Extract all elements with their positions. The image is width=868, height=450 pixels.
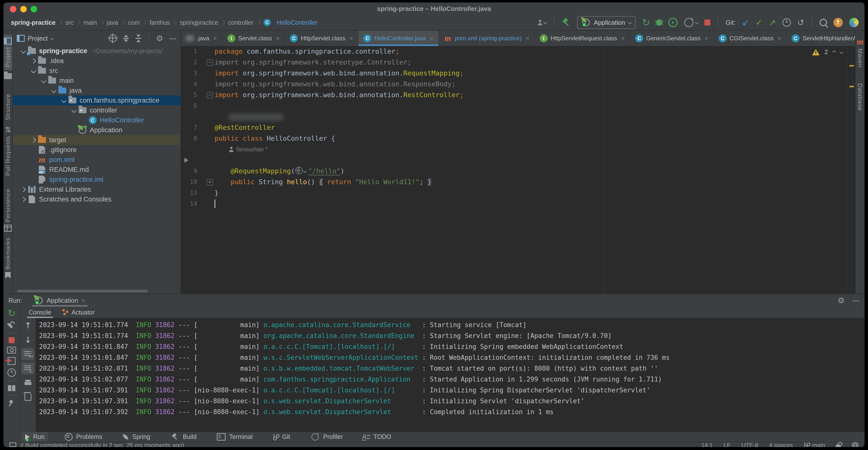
editor-tab[interactable]: .java× bbox=[181, 31, 222, 46]
tree-row[interactable]: target bbox=[13, 135, 180, 145]
file-encoding[interactable]: UTF-8 bbox=[741, 442, 758, 447]
next-problem-icon[interactable] bbox=[840, 50, 843, 54]
tree-row[interactable]: java bbox=[13, 86, 180, 95]
notifications-icon[interactable]: ! bbox=[852, 442, 859, 447]
tree-row[interactable]: .idea bbox=[13, 56, 180, 66]
stop-icon[interactable] bbox=[9, 337, 14, 343]
editor-gutter[interactable]: 14 bbox=[181, 198, 210, 209]
breadcrumb-item[interactable]: springpractice bbox=[178, 19, 220, 26]
tool-window-button-terminal[interactable]: Terminal bbox=[213, 432, 256, 442]
layout-icon[interactable] bbox=[8, 385, 15, 391]
ide-sphere-icon[interactable] bbox=[849, 18, 859, 27]
sidebar-item-maven[interactable]: mMaven bbox=[856, 35, 864, 70]
breadcrumb-item[interactable]: com bbox=[127, 19, 141, 26]
user-icon[interactable] bbox=[537, 20, 547, 25]
caret-position[interactable]: 14:1 bbox=[701, 442, 713, 447]
git-commit-icon[interactable]: ✓ bbox=[755, 18, 763, 27]
tree-chevron-icon[interactable] bbox=[29, 59, 38, 63]
console-tab-actuator[interactable]: Actuator bbox=[62, 307, 95, 318]
editor-tab[interactable]: CHelloController.java× bbox=[359, 31, 439, 46]
editor-gutter[interactable]: 6 bbox=[181, 100, 210, 111]
git-branch-widget[interactable]: main bbox=[804, 442, 825, 447]
sidebar-item-folder[interactable] bbox=[3, 70, 12, 82]
sidebar-item-project[interactable]: Project bbox=[3, 35, 12, 70]
editor-gutter[interactable]: 4 bbox=[181, 79, 210, 90]
editor-gutter[interactable]: 3 bbox=[181, 68, 210, 79]
editor-gutter[interactable]: 13 bbox=[181, 187, 210, 198]
tree-row[interactable]: Scratches and Consoles bbox=[13, 194, 180, 204]
close-icon[interactable]: × bbox=[276, 35, 280, 42]
tree-chevron-icon[interactable] bbox=[59, 99, 68, 102]
print-icon[interactable] bbox=[22, 377, 34, 389]
editor-tab[interactable]: CGenericServlet.class× bbox=[630, 31, 714, 46]
tool-window-button-profiler[interactable]: Profiler bbox=[307, 432, 346, 442]
debug-bug-icon[interactable] bbox=[656, 19, 662, 26]
history-clock-icon[interactable] bbox=[7, 368, 16, 377]
run-configuration-select[interactable]: Application bbox=[577, 16, 636, 29]
close-icon[interactable]: × bbox=[704, 35, 708, 42]
tree-chevron-icon[interactable] bbox=[19, 198, 28, 201]
collapse-all-icon[interactable] bbox=[135, 35, 142, 42]
editor-gutter[interactable]: 1 bbox=[181, 46, 210, 57]
sidebar-item-database[interactable]: Database bbox=[856, 70, 864, 114]
editor-gutter[interactable]: 10+ bbox=[181, 177, 210, 187]
git-rollback-icon[interactable]: ↺ bbox=[797, 18, 804, 27]
tree-row[interactable]: main bbox=[13, 76, 180, 86]
thread-dump-camera-icon[interactable] bbox=[7, 347, 16, 354]
breadcrumb-item[interactable]: fanthus bbox=[148, 19, 171, 26]
build-hammer-icon[interactable] bbox=[562, 18, 571, 27]
down-stack-icon[interactable]: ↓ bbox=[22, 334, 34, 346]
git-update-icon[interactable]: ↙ bbox=[742, 18, 749, 27]
close-icon[interactable]: × bbox=[430, 35, 433, 42]
locate-file-icon[interactable] bbox=[109, 34, 117, 42]
search-icon[interactable] bbox=[819, 19, 827, 26]
settings-wrench-icon[interactable] bbox=[8, 322, 15, 329]
editor-tab[interactable]: IHttpServletRequest.class× bbox=[535, 31, 630, 46]
close-window-icon[interactable] bbox=[10, 6, 16, 12]
expand-all-icon[interactable] bbox=[123, 35, 129, 42]
editor-gutter[interactable]: 7 bbox=[181, 122, 210, 133]
run-session-tab[interactable]: Application × bbox=[32, 294, 88, 307]
project-panel-title[interactable]: Project bbox=[28, 35, 48, 42]
prev-problem-icon[interactable] bbox=[832, 50, 836, 54]
console-output[interactable]: 2023-09-14 19:51:01.774 INFO 31862 --- [… bbox=[36, 318, 865, 432]
breadcrumb-item[interactable]: src bbox=[64, 19, 75, 26]
run-gutter-icon[interactable] bbox=[184, 158, 188, 163]
stop-icon[interactable] bbox=[704, 20, 710, 26]
breadcrumb-item[interactable]: spring-practice bbox=[9, 19, 57, 26]
tree-row[interactable]: mpom.xml bbox=[13, 155, 180, 165]
tool-window-button-build[interactable]: Build bbox=[167, 432, 200, 442]
close-icon[interactable]: × bbox=[778, 35, 781, 42]
inspection-widget[interactable]: 2 bbox=[812, 49, 843, 56]
chevron-down-icon[interactable] bbox=[50, 37, 54, 40]
editor-tab[interactable]: CServletHttpHandlerAdapter.cl bbox=[787, 31, 855, 46]
sidebar-item-bookmarks[interactable]: Bookmarks bbox=[4, 235, 12, 281]
tree-chevron-icon[interactable] bbox=[39, 79, 48, 83]
tool-window-button-todo[interactable]: TODO bbox=[360, 432, 395, 442]
editor-tab[interactable]: CCGIServlet.class× bbox=[714, 31, 787, 46]
sidebar-item-pull-requests[interactable]: ⇅Pull Requests bbox=[4, 123, 12, 179]
tree-row[interactable]: Application bbox=[13, 125, 180, 135]
tool-window-button-git[interactable]: Git bbox=[269, 432, 293, 442]
fold-marker-icon[interactable]: + bbox=[207, 179, 213, 185]
rerun-icon[interactable]: ↻ bbox=[642, 18, 650, 27]
close-icon[interactable]: × bbox=[349, 35, 353, 42]
tree-row[interactable]: CHelloController bbox=[13, 115, 180, 125]
minimize-window-icon[interactable] bbox=[20, 6, 27, 12]
hide-panel-icon[interactable]: — bbox=[852, 297, 860, 304]
breadcrumb-item[interactable]: java bbox=[105, 19, 120, 26]
tree-row[interactable]: spring-practice~/Documents/my-projects/ bbox=[13, 46, 180, 56]
tool-window-button-run[interactable]: Run bbox=[22, 432, 48, 442]
zoom-window-icon[interactable] bbox=[31, 6, 37, 12]
code-editor[interactable]: 2 1package com.fanthus.springpractice.co… bbox=[181, 46, 855, 294]
editor-gutter[interactable] bbox=[181, 155, 210, 166]
editor-gutter[interactable]: 2− bbox=[181, 57, 210, 68]
lock-icon[interactable] bbox=[836, 445, 841, 447]
tree-chevron-icon[interactable] bbox=[19, 188, 28, 191]
breadcrumb-leaf[interactable]: CHelloController bbox=[262, 18, 318, 27]
close-icon[interactable]: × bbox=[525, 35, 529, 42]
soft-wrap-icon[interactable] bbox=[22, 348, 34, 360]
fold-marker-icon[interactable]: − bbox=[207, 92, 213, 98]
project-horizontal-scrollbar[interactable] bbox=[17, 290, 148, 292]
chevron-down-icon[interactable] bbox=[303, 169, 307, 173]
